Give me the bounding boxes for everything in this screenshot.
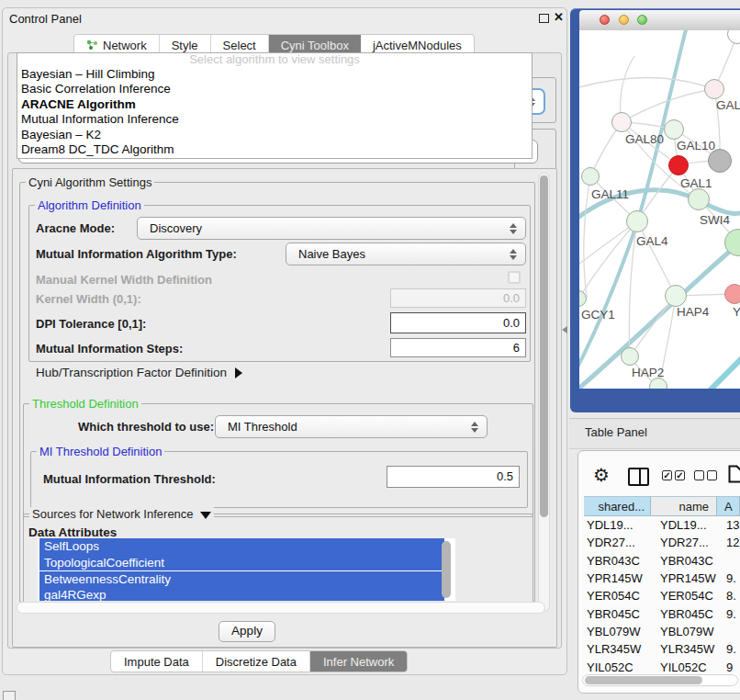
float-window-icon[interactable]	[539, 14, 549, 23]
settings-horizontal-scrollbar[interactable]	[17, 602, 545, 614]
mi-steps-field[interactable]: 6	[390, 338, 526, 357]
hub-factor-expander[interactable]: Hub/Transcription Factor Definition	[36, 366, 242, 379]
dropdown-item[interactable]: ARACNE Algorithm	[17, 97, 532, 112]
dropdown-item[interactable]: Bayesian – K2	[17, 128, 532, 142]
dropdown-item[interactable]: Dream8 DC_TDC Algorithm	[17, 142, 532, 157]
stepper-icon	[471, 422, 478, 433]
node-label: GAL1	[680, 176, 712, 190]
unchecked-checkbox-icon[interactable]	[694, 470, 704, 480]
stepper-icon	[510, 249, 517, 260]
table-row[interactable]: YLR345WYLR345W9.	[584, 640, 740, 658]
tab-discretize-data[interactable]: Discretize Data	[203, 651, 310, 672]
table-row[interactable]: YPR145WYPR145W9.	[584, 570, 740, 587]
network-node[interactable]	[704, 79, 724, 99]
gear-icon[interactable]: ⚙	[593, 464, 610, 486]
table-cell: 9	[717, 660, 740, 674]
attribute-list-scrollbar[interactable]	[442, 541, 451, 598]
network-node[interactable]	[727, 30, 740, 44]
table-scrollbar-thumb[interactable]	[585, 676, 702, 684]
table-row[interactable]: YDR27...YDR27...12	[584, 534, 740, 551]
mi-threshold-field[interactable]: 0.5	[387, 466, 520, 488]
mi-type-combo[interactable]: Naive Bayes	[286, 243, 526, 265]
column-header-name[interactable]: name	[651, 496, 717, 516]
table-cell: YER054C	[584, 589, 651, 603]
network-canvas[interactable]: GALGAL80GAL10GAL1GAL11SWI4GAL4HAP4YGCY1H…	[579, 30, 740, 389]
tab-infer-network[interactable]: Infer Network	[310, 651, 407, 672]
node-label: GAL11	[591, 187, 629, 201]
network-node[interactable]	[581, 167, 600, 186]
table-row[interactable]: YER054CYER054C8.	[584, 587, 740, 604]
column-header-shared-name[interactable]: shared...	[584, 496, 651, 516]
aracne-mode-combo[interactable]: Discovery	[137, 217, 526, 240]
node-label: GCY1	[581, 308, 615, 322]
table-cell: 9.	[717, 642, 740, 656]
attribute-item-selected[interactable]: BetweennessCentrality	[39, 571, 444, 587]
node-label: Y	[733, 305, 740, 319]
new-table-icon[interactable]	[728, 465, 740, 483]
column-header-partial[interactable]: A	[717, 496, 740, 516]
column-view-icon[interactable]	[628, 468, 649, 486]
tab-impute-data[interactable]: Impute Data	[111, 651, 203, 672]
settings-scrollbar-thumb[interactable]	[540, 175, 548, 517]
table-cell: YBR043C	[584, 554, 651, 568]
checked-checkbox-icon[interactable]: ✓	[662, 470, 672, 480]
dropdown-item[interactable]: Mutual Information Inference	[17, 112, 532, 127]
network-node[interactable]	[664, 119, 684, 140]
network-window-titlebar[interactable]	[579, 10, 740, 31]
group-title: Cyni Algorithm Settings	[26, 175, 154, 189]
group-title: MI Threshold Definition	[37, 445, 164, 458]
dpi-tolerance-field[interactable]: 0.0	[390, 312, 526, 333]
table-row[interactable]: YDL19...YDL19...13	[584, 516, 740, 534]
tab-label: Network	[103, 39, 147, 52]
network-node[interactable]	[626, 210, 648, 232]
network-node[interactable]	[665, 285, 687, 307]
table-row[interactable]: YBL079WYBL079W	[584, 623, 740, 640]
table-cell: YIL052C	[651, 660, 717, 674]
unchecked-checkbox-icon[interactable]	[707, 470, 717, 480]
algorithm-dropdown-popup: Select algorithm to view settings Bayesi…	[17, 52, 533, 159]
network-node[interactable]	[668, 155, 689, 175]
table-cell: 12	[717, 536, 740, 549]
table-cell: YDR27...	[584, 536, 651, 549]
attribute-item-selected[interactable]: gal4RGexp	[39, 587, 444, 601]
attribute-item-selected[interactable]: SelfLoops	[39, 538, 444, 554]
attribute-item-selected[interactable]: TopologicalCoefficient	[39, 555, 444, 570]
table-cell: YBR043C	[651, 554, 717, 568]
table-panel-title: Table Panel	[585, 425, 647, 439]
checked-checkbox-icon[interactable]: ✓	[675, 470, 685, 480]
split-pane-arrow-icon[interactable]	[562, 326, 567, 333]
control-panel-title: Control Panel	[9, 12, 82, 26]
node-label: GAL10	[677, 139, 715, 152]
dropdown-item[interactable]: Bayesian – Hill Climbing	[17, 67, 532, 82]
triangle-right-icon	[235, 367, 242, 378]
group-title: Threshold Definition	[29, 397, 141, 411]
minimize-traffic-light-icon[interactable]	[619, 15, 629, 25]
network-node[interactable]	[611, 112, 632, 132]
table-row[interactable]: YIL052CYIL052C9	[584, 658, 740, 674]
manual-kernel-checkbox[interactable]	[508, 271, 521, 284]
close-icon[interactable]: ✕	[554, 10, 564, 24]
close-traffic-light-icon[interactable]	[600, 15, 610, 25]
table-cell: 13	[717, 518, 740, 532]
network-node[interactable]	[724, 229, 740, 256]
aracne-mode-label: Aracne Mode:	[36, 221, 115, 235]
table-cell: YLR345W	[651, 642, 717, 656]
dropdown-item[interactable]: Basic Correlation Inference	[17, 82, 532, 96]
table-row[interactable]: YBR045CYBR045C9.	[584, 604, 740, 622]
data-attributes-list: SelfLoopsTopologicalCoefficientBetweenne…	[38, 538, 455, 601]
zoom-traffic-light-icon[interactable]	[637, 15, 647, 25]
network-node[interactable]	[724, 284, 740, 304]
dropdown-item-list: Bayesian – Hill ClimbingBasic Correlatio…	[17, 67, 532, 157]
which-threshold-combo[interactable]: MI Threshold	[215, 415, 488, 438]
table-cell: YDL19...	[584, 518, 651, 532]
table-row[interactable]: YBR043CYBR043C	[584, 552, 740, 570]
node-label: GAL	[716, 98, 740, 112]
node-label: SWI4	[700, 213, 730, 227]
panel-grip-icon[interactable]	[3, 691, 16, 700]
network-node[interactable]	[688, 188, 710, 210]
stepper-icon	[510, 223, 517, 234]
mi-threshold-label: Mutual Information Threshold:	[43, 472, 216, 486]
network-node[interactable]	[579, 290, 587, 307]
network-node[interactable]	[621, 347, 639, 366]
apply-button[interactable]: Apply	[219, 621, 275, 642]
